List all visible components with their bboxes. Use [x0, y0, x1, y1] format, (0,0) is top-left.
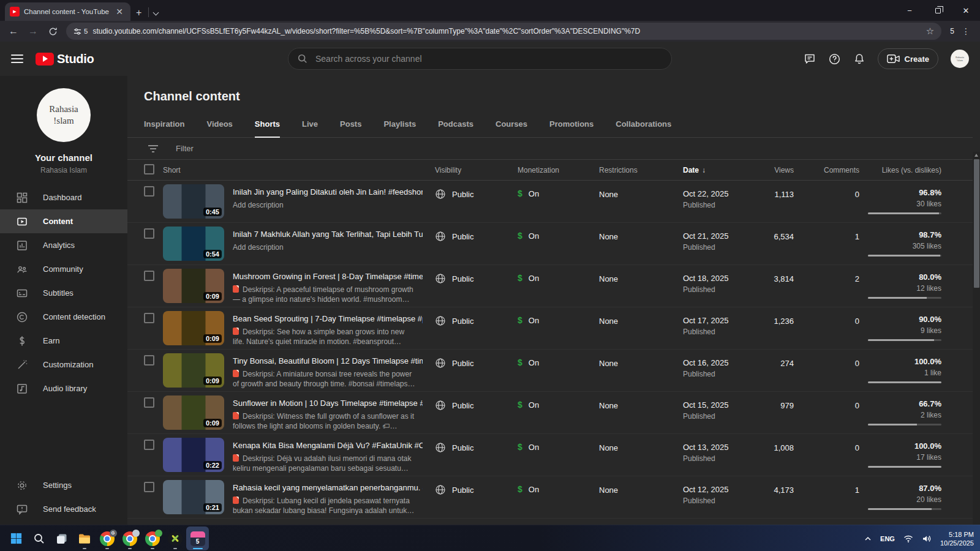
filter-bar[interactable]: Filter — [127, 138, 973, 160]
youtube-studio-logo[interactable]: Studio — [36, 52, 94, 66]
video-description[interactable]: Deskripsi: Lubang kecil di jendela pesaw… — [233, 496, 417, 515]
sidebar-item-dashboard[interactable]: Dashboard — [0, 186, 127, 209]
video-thumbnail[interactable]: 0:09 — [163, 311, 224, 345]
chrome-profile2-icon[interactable] — [118, 527, 141, 550]
table-row[interactable]: 0:09 Bean Seed Sprouting | 7-Day Timelap… — [127, 307, 973, 350]
window-close-button[interactable]: ✕ — [952, 0, 980, 21]
row-checkbox[interactable] — [144, 355, 154, 365]
video-title[interactable]: Mushroom Growing in Forest | 8-Day Timel… — [233, 272, 423, 281]
video-thumbnail[interactable]: 0:21 — [163, 480, 224, 514]
bookmark-star-icon[interactable]: ☆ — [926, 26, 934, 37]
scrollbar-up-arrow-icon[interactable] — [974, 154, 978, 157]
visibility-cell[interactable]: Public — [435, 231, 473, 242]
sidebar-item-customization[interactable]: Customization — [0, 353, 127, 377]
tab-podcasts[interactable]: Podcasts — [438, 119, 473, 138]
table-row[interactable]: 0:54 Inilah 7 Makhluk Allah yang Tak Ter… — [127, 223, 973, 265]
extensions-count[interactable]: 5 — [946, 27, 958, 36]
sidebar-item-analytics[interactable]: Analytics — [0, 233, 127, 257]
hamburger-menu-icon[interactable] — [11, 54, 23, 63]
video-title[interactable]: Inilah 7 Makhluk Allah yang Tak Terlihat… — [233, 230, 423, 239]
account-avatar[interactable]: Rahasia !slam — [951, 50, 969, 68]
monetization-cell[interactable]: $On — [518, 400, 539, 410]
row-checkbox[interactable] — [144, 271, 154, 281]
tab-close-icon[interactable]: ✕ — [113, 6, 126, 17]
sidebar-item-audio-library[interactable]: Audio library — [0, 377, 127, 400]
forward-button[interactable]: → — [24, 23, 42, 40]
tab-posts[interactable]: Posts — [340, 119, 361, 138]
video-thumbnail[interactable]: 0:45 — [163, 184, 224, 219]
tab-videos[interactable]: Videos — [206, 119, 232, 138]
sidebar-item-community[interactable]: Community — [0, 257, 127, 281]
visibility-cell[interactable]: Public — [435, 315, 473, 326]
window-restore-button[interactable] — [924, 0, 952, 21]
video-thumbnail[interactable]: 0:22 — [163, 438, 224, 472]
monetization-cell[interactable]: $On — [518, 442, 539, 452]
row-checkbox[interactable] — [144, 186, 154, 197]
sidebar-item-send-feedback[interactable]: Send feedback — [0, 497, 127, 521]
scrollbar-thumb[interactable] — [974, 159, 979, 288]
col-likes[interactable]: Likes (vs. dislikes) — [882, 166, 941, 174]
col-short[interactable]: Short — [163, 166, 181, 174]
visibility-cell[interactable]: Public — [435, 484, 473, 495]
video-thumbnail[interactable]: 0:09 — [163, 395, 224, 430]
tab-live[interactable]: Live — [302, 119, 318, 138]
create-button[interactable]: Create — [878, 48, 938, 69]
col-restrictions[interactable]: Restrictions — [599, 166, 638, 174]
row-checkbox[interactable] — [144, 228, 154, 239]
page-scrollbar[interactable] — [973, 152, 980, 551]
sidebar-item-content[interactable]: Content — [0, 209, 127, 233]
sidebar-item-content-detection[interactable]: Content detection — [0, 305, 127, 329]
x-app-icon[interactable] — [164, 527, 186, 550]
sidebar-item-settings[interactable]: Settings — [0, 473, 127, 497]
feedback-icon[interactable] — [804, 53, 816, 65]
visibility-cell[interactable]: Public — [435, 400, 473, 411]
browser-tab[interactable]: ▶ Channel content - YouTube Stu ✕ — [5, 2, 130, 21]
site-controls-icon[interactable]: 5 — [74, 28, 88, 36]
table-row[interactable]: 0:22 Kenapa Kita Bisa Mengalami Déjà Vu?… — [127, 434, 973, 476]
visibility-cell[interactable]: Public — [435, 273, 473, 284]
table-row[interactable]: 0:21 Rahasia kecil yang menyelamatkan pe… — [127, 476, 973, 519]
video-description[interactable]: Add description — [233, 242, 417, 252]
active-browser-window-icon[interactable]: 5 — [186, 527, 209, 550]
tab-search-chevron-icon[interactable] — [153, 10, 159, 16]
video-title[interactable]: Rahasia kecil yang menyelamatkan penerba… — [233, 483, 423, 492]
row-checkbox[interactable] — [144, 397, 154, 408]
table-row[interactable]: 0:09 Tiny Bonsai, Beautiful Bloom | 12 D… — [127, 350, 973, 392]
task-view-icon[interactable] — [50, 527, 73, 550]
tab-collaborations[interactable]: Collaborations — [616, 119, 671, 138]
visibility-cell[interactable]: Public — [435, 189, 473, 200]
video-description[interactable]: Deskripsi: See how a simple bean grows i… — [233, 327, 417, 347]
row-checkbox[interactable] — [144, 313, 154, 323]
back-button[interactable]: ← — [5, 23, 22, 40]
video-title[interactable]: Sunflower in Motion | 10 Days Timelapse … — [233, 399, 423, 408]
monetization-cell[interactable]: $On — [518, 315, 539, 325]
tab-promotions[interactable]: Promotions — [549, 119, 594, 138]
row-checkbox[interactable] — [144, 440, 154, 450]
video-description[interactable]: Add description — [233, 200, 417, 210]
monetization-cell[interactable]: $On — [518, 358, 539, 367]
monetization-cell[interactable]: $On — [518, 273, 539, 283]
tab-playlists[interactable]: Playlists — [383, 119, 416, 138]
url-text[interactable]: studio.youtube.com/channel/UCFSsB5LfET6y… — [92, 27, 921, 36]
url-bar[interactable]: 5 studio.youtube.com/channel/UCFSsB5LfET… — [66, 23, 941, 40]
taskbar-clock[interactable]: 5:18 PM 10/25/2025 — [940, 530, 974, 547]
video-title[interactable]: Tiny Bonsai, Beautiful Bloom | 12 Days T… — [233, 356, 423, 365]
video-thumbnail[interactable]: 0:09 — [163, 353, 224, 388]
chrome-profile1-icon[interactable]: G — [96, 527, 118, 550]
row-checkbox[interactable] — [144, 482, 154, 492]
visibility-cell[interactable]: Public — [435, 358, 473, 369]
sidebar-item-earn[interactable]: Earn — [0, 329, 127, 353]
video-description[interactable]: Deskripsi: Déjà vu adalah ilusi memori d… — [233, 454, 417, 473]
file-explorer-icon[interactable] — [73, 527, 96, 550]
search-input[interactable] — [315, 54, 663, 64]
tray-chevron-icon[interactable] — [864, 535, 872, 542]
chrome-profile3-icon[interactable] — [141, 527, 164, 550]
video-description[interactable]: Deskripsi: A peaceful timelapse of mushr… — [233, 285, 417, 304]
channel-avatar[interactable]: Rahasia !slam — [37, 88, 91, 142]
wifi-icon[interactable] — [903, 534, 913, 543]
table-row[interactable]: 0:09 Sunflower in Motion | 10 Days Timel… — [127, 392, 973, 434]
video-description[interactable]: Deskripsi: A miniature bonsai tree revea… — [233, 369, 417, 389]
sidebar-item-subtitles[interactable]: Subtitles — [0, 281, 127, 305]
table-row[interactable]: 0:45 Inilah Jin yang Paling Ditakuti ole… — [127, 181, 973, 223]
video-title[interactable]: Bean Seed Sprouting | 7-Day Timelapse #t… — [233, 314, 423, 323]
